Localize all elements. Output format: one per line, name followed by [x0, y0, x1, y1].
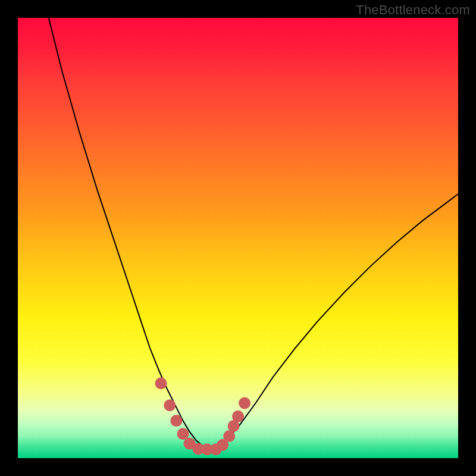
highlight-dot — [170, 415, 182, 427]
chart-overlay-svg — [18, 18, 458, 458]
highlight-dot — [232, 411, 244, 422]
highlight-dot — [177, 428, 189, 440]
highlight-dot — [239, 397, 250, 409]
highlight-dot — [155, 377, 167, 389]
bottleneck-curve — [49, 18, 458, 449]
watermark-text: TheBottleneck.com — [356, 2, 470, 18]
highlight-dot — [164, 399, 176, 411]
chart-plot-area — [18, 18, 458, 458]
highlight-dot — [223, 430, 235, 442]
highlight-dots-group — [155, 377, 251, 455]
chart-frame: TheBottleneck.com — [0, 0, 476, 476]
